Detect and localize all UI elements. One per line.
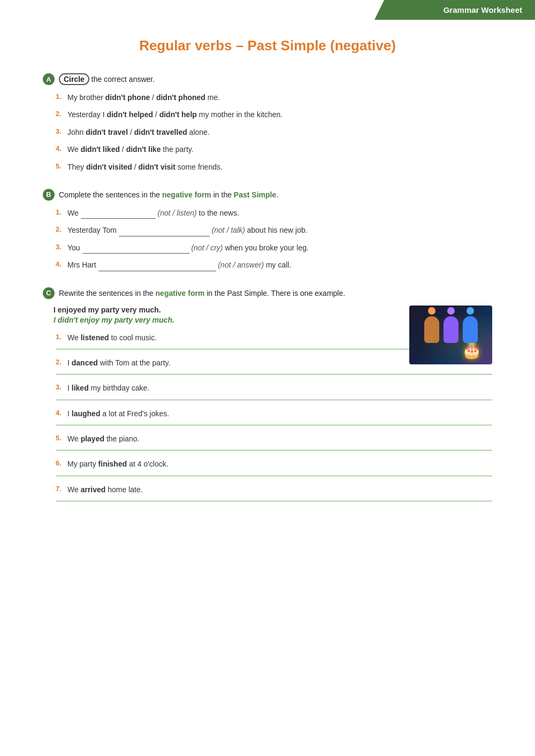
section-c: C Rewrite the sentences in the negative … xyxy=(43,287,492,502)
list-item: 4. I laughed a lot at Fred's jokes. xyxy=(56,408,492,419)
party-figures xyxy=(424,316,478,354)
figure-1 xyxy=(424,316,439,343)
header-banner: Grammar Worksheet xyxy=(374,0,535,20)
list-item: 5. They didn't visited / didn't visit so… xyxy=(56,161,492,173)
list-item: 4. We didn't liked / didn't like the par… xyxy=(56,143,492,155)
list-item: 1. My brother didn't phone / didn't phon… xyxy=(56,91,492,103)
main-title: Regular verbs – Past Simple (negative) xyxy=(43,37,492,54)
section-c-instruction: Rewrite the sentences in the negative fo… xyxy=(59,289,345,297)
list-item: 3. John didn't travel / didn't travelled… xyxy=(56,126,492,138)
section-b-header: B Complete the sentences in the negative… xyxy=(43,189,492,201)
list-item: 5. We played the piano. xyxy=(56,433,492,445)
list-item: 3. You (not / cry) when you broke your l… xyxy=(56,242,492,254)
section-c-badge: C xyxy=(43,287,55,299)
figure-3 xyxy=(463,316,478,343)
section-b-instruction: Complete the sentences in the negative f… xyxy=(59,190,278,199)
section-b-badge: B xyxy=(43,189,55,201)
list-item: 1. We (not / listen) to the news. xyxy=(56,207,492,219)
answer-line-6 xyxy=(56,476,492,476)
header-title: Grammar Worksheet xyxy=(444,5,522,14)
answer-line-2 xyxy=(56,374,492,375)
section-a-instruction: Circle the correct answer. xyxy=(59,73,155,85)
section-c-content: I enjoyed my party very much. I didn't e… xyxy=(43,306,492,502)
list-item: 7. We arrived home late. xyxy=(56,484,492,495)
section-a-list: 1. My brother didn't phone / didn't phon… xyxy=(43,91,492,173)
list-item: 4. Mrs Hart (not / answer) my call. xyxy=(56,259,492,271)
party-photo xyxy=(409,306,492,364)
section-a-badge: A xyxy=(43,73,55,85)
section-c-header: C Rewrite the sentences in the negative … xyxy=(43,287,492,299)
section-a-header: A Circle the correct answer. xyxy=(43,73,492,85)
answer-line-4 xyxy=(56,425,492,425)
list-item: 3. I liked my birthday cake. xyxy=(56,382,492,394)
circle-word: Circle xyxy=(59,73,89,85)
list-item: 6. My party finished at 4 o'clock. xyxy=(56,458,492,470)
section-b-list: 1. We (not / listen) to the news. 2. Yes… xyxy=(43,207,492,271)
section-a: A Circle the correct answer. 1. My broth… xyxy=(43,73,492,173)
answer-line-7 xyxy=(56,501,492,501)
list-item: 2. Yesterday Tom (not / talk) about his … xyxy=(56,224,492,236)
figure-2 xyxy=(444,316,458,343)
section-b: B Complete the sentences in the negative… xyxy=(43,189,492,271)
list-item: 2. Yesterday I didn't helped / didn't he… xyxy=(56,109,492,120)
answer-line-5 xyxy=(56,450,492,450)
answer-line-3 xyxy=(56,400,492,400)
party-photo-container xyxy=(409,306,492,364)
